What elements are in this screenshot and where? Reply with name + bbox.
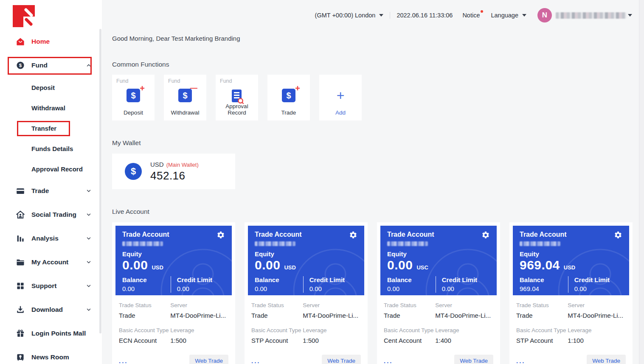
gear-icon[interactable] [481,231,490,239]
gear-icon[interactable] [217,231,225,239]
function-card-withdrawal[interactable]: Fund $— Withdrawal [164,75,206,120]
wallet-amount: 452.16 [150,169,199,182]
account-type-value: ECN Account [119,337,170,344]
sidebar-item-support[interactable]: Support [0,274,102,298]
account-card-details: Trade Status Trade Server MT4-DooPrime-L… [248,295,364,364]
balance-value: 969.04 [520,285,568,293]
leverage-label: Leverage [303,327,361,333]
avatar-letter: N [542,11,547,20]
sidebar-item-news-room[interactable]: News Room [0,345,102,364]
web-trade-button[interactable]: Web Trade [454,355,493,364]
notice-label: Notice [462,12,480,19]
web-trade-button[interactable]: Web Trade [189,355,228,364]
server-value: MT4-DooPrime-Li... [568,312,626,319]
balance-label: Balance [387,276,436,284]
web-trade-button[interactable]: Web Trade [587,355,626,364]
leverage-value: 1:500 [170,337,228,344]
more-actions-button[interactable]: ... [119,357,128,364]
sidebar-item-trade[interactable]: Trade [0,179,102,203]
username-redacted [556,12,626,19]
account-card: 4 Trade Account Equity 0.00 USD Balance [112,222,235,364]
account-type-label: Basic Account Type [516,327,568,333]
section-title-live-account: Live Account [112,208,632,216]
sidebar-item-label: My Account [31,258,86,266]
equity-value: 0.00 [387,258,413,273]
more-actions-button[interactable]: ... [516,357,526,364]
account-card-title: Trade Account [255,231,302,238]
more-actions-button[interactable]: ... [384,357,393,364]
server-label: Server [435,302,493,308]
section-title-my-wallet: My Wallet [112,139,632,147]
account-card-header: 4 Trade Account Equity 969.04 USD Balanc… [513,226,629,295]
function-card-deposit[interactable]: Fund $+ Deposit [112,75,155,120]
function-category: Fund [220,78,254,84]
timezone-label: (GMT +00:00) London [315,12,376,19]
leverage-label: Leverage [170,327,228,333]
wallet-info: USD(Main Wallet) 452.16 [150,161,199,182]
chevron-down-icon [86,283,92,289]
credit-limit-label: Credit Limit [177,276,225,284]
account-card: 4 Trade Account Equity 0.00 USC Balance [377,222,500,364]
gear-icon[interactable] [349,231,357,239]
sidebar-item-transfer[interactable]: Transfer [0,118,102,138]
sidebar-item-approval-record[interactable]: Approval Record [0,159,102,179]
dollar-plus-icon: $+ [267,89,310,102]
language-dropdown[interactable]: Language [491,12,526,19]
notice-button[interactable]: Notice [462,12,480,19]
brand-logo-icon[interactable] [13,5,35,27]
timezone-dropdown[interactable]: (GMT +00:00) London [315,12,384,19]
equity-label: Equity [520,250,622,258]
web-trade-button[interactable]: Web Trade [322,355,361,364]
fund-dollar-icon: $ [16,61,25,70]
news-room-icon [16,353,25,361]
account-number-redacted [122,241,163,246]
function-card-trade[interactable]: $+ Trade [267,75,310,120]
function-card-add[interactable]: + Add [319,75,362,120]
svg-text:4: 4 [597,293,604,295]
more-actions-button[interactable]: ... [251,357,261,364]
account-card-header: 4 Trade Account Equity 0.00 USD Balance [248,226,364,295]
sidebar-scrollbar[interactable] [99,29,101,333]
plus-icon: + [319,89,362,102]
chevron-down-icon [86,235,92,241]
sidebar-nav: Home $ Fund Deposit Withdrawal Transfer … [0,30,102,364]
chevron-down-icon [86,212,92,218]
sidebar-item-analysis[interactable]: Analysis [0,227,102,250]
sidebar-item-deposit[interactable]: Deposit [0,77,102,98]
gear-icon[interactable] [614,231,622,239]
sidebar-item-label: Analysis [31,235,86,242]
caret-down-icon [379,14,383,17]
user-menu-caret-icon[interactable] [628,14,632,17]
account-card-details: Trade Status Trade Server MT4-DooPrime-L… [380,295,497,364]
live-account-row: 4 Trade Account Equity 0.00 USD Balance [112,222,632,364]
sidebar-item-funds-details[interactable]: Funds Details [0,138,102,159]
account-number-redacted [387,241,428,246]
page-scrollbar[interactable] [639,0,644,364]
sidebar-item-label: Home [31,38,92,45]
server-value: MT4-DooPrime-Li... [435,312,493,319]
balance-label: Balance [122,276,171,284]
equity-currency: USD [284,264,295,271]
function-card-approval-record[interactable]: Fund Approval Record [216,75,258,120]
sidebar-item-fund[interactable]: $ Fund [0,53,102,77]
sidebar-item-label: Social Trading [31,211,86,218]
sidebar-item-home[interactable]: Home [0,30,102,53]
sidebar-item-download[interactable]: Download [0,298,102,322]
sidebar-item-withdrawal[interactable]: Withdrawal [0,98,102,118]
avatar[interactable]: N [537,8,552,22]
function-label: Trade [267,109,310,116]
function-category: Fund [168,78,202,84]
sidebar-subitem-label: Funds Details [31,145,73,152]
sidebar-item-label: Download [31,306,86,314]
leverage-value: 1:500 [303,337,361,344]
credit-limit-label: Credit Limit [574,276,622,284]
wallet-card[interactable]: $ USD(Main Wallet) 452.16 [112,154,235,189]
common-functions-row: Fund $+ Deposit Fund $— Withdrawal Fund [112,75,632,120]
sidebar-item-social-trading[interactable]: Social Trading [0,203,102,227]
trade-status-label: Trade Status [516,302,568,308]
account-type-value: STP Account [516,337,568,344]
balance-value: 0.00 [255,285,303,293]
server-label: Server [568,302,626,308]
sidebar-item-login-points-mall[interactable]: Login Points Mall [0,322,102,345]
sidebar-item-my-account[interactable]: My Account [0,250,102,274]
